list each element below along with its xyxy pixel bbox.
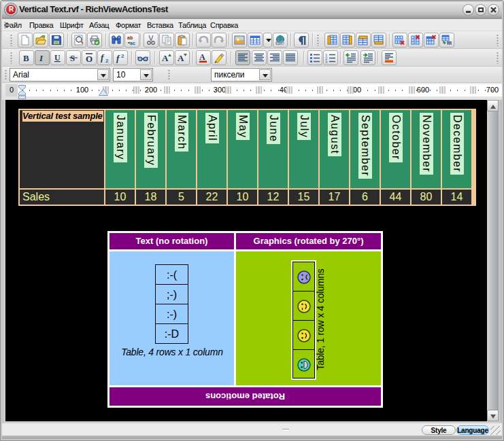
svg-text:A: A — [199, 52, 205, 62]
svg-text:A: A — [162, 53, 169, 63]
svg-text:3: 3 — [325, 60, 328, 63]
svg-text:I: I — [39, 53, 44, 63]
svg-text:B: B — [23, 53, 29, 63]
svg-text:ab: ab — [127, 35, 133, 40]
svg-text:ac: ac — [130, 41, 135, 46]
svg-text:O: O — [86, 54, 93, 63]
svg-text:2: 2 — [121, 53, 124, 59]
svg-text:A: A — [178, 53, 184, 63]
svg-text:U: U — [54, 53, 61, 63]
svg-text:f: f — [101, 52, 105, 63]
svg-text:2: 2 — [105, 58, 109, 63]
svg-text:f: f — [116, 53, 120, 63]
